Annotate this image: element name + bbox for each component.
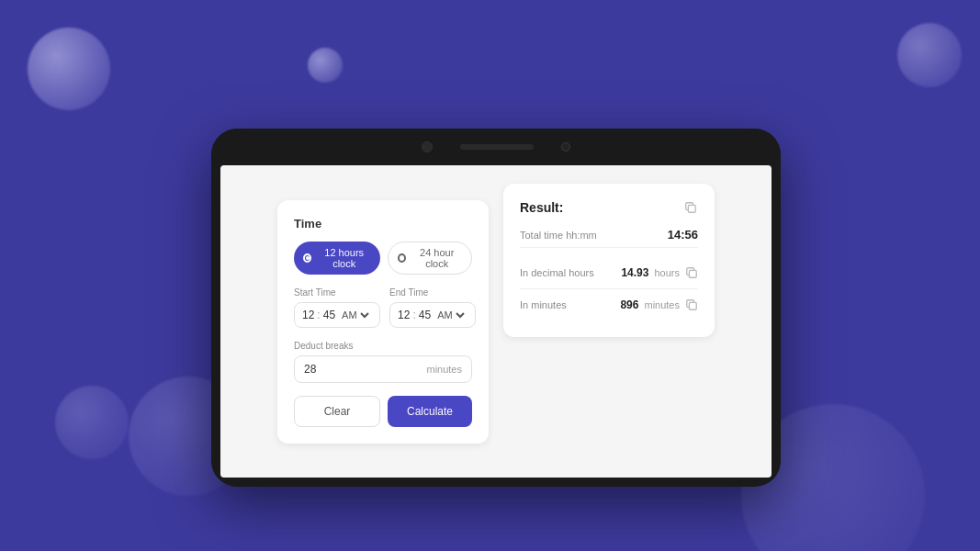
minutes-row: In minutes 896 minutes: [520, 289, 698, 320]
end-time-period-select[interactable]: AM PM: [434, 309, 467, 321]
clock-toggle: 12 hours clock 24 hour clock: [294, 242, 472, 275]
clear-button[interactable]: Clear: [294, 396, 380, 427]
tablet-speaker: [460, 144, 534, 150]
tablet-camera-right: [561, 142, 570, 152]
radio-12hr: [303, 253, 311, 263]
start-time-sep: :: [317, 309, 320, 321]
decimal-hours-unit: hours: [654, 267, 680, 278]
result-header: Result:: [520, 200, 698, 215]
result-title: Result:: [520, 200, 563, 215]
time-panel: Time 12 hours clock 24 hour clock Start …: [277, 200, 489, 444]
copy-decimal-svg: [685, 266, 698, 279]
start-time-label: Start Time: [294, 287, 380, 298]
24-hour-label: 24 hour clock: [411, 247, 462, 269]
end-time-minutes: 45: [419, 309, 431, 321]
tablet-screen: Time 12 hours clock 24 hour clock Start …: [220, 165, 772, 478]
decimal-hours-value-wrap: 14.93 hours: [621, 266, 698, 279]
action-buttons: Clear Calculate: [294, 396, 472, 427]
minutes-label: In minutes: [520, 299, 567, 310]
copy-minutes-icon[interactable]: [685, 298, 698, 311]
tablet-frame: Time 12 hours clock 24 hour clock Start …: [211, 129, 781, 487]
deduct-breaks-unit: minutes: [426, 364, 462, 375]
decorative-sphere-1: [28, 28, 110, 110]
start-time-minutes: 45: [323, 309, 335, 321]
total-time-label: Total time hh:mm: [520, 230, 597, 241]
copy-decimal-icon[interactable]: [685, 266, 698, 279]
start-time-hours: 12: [302, 309, 314, 321]
decimal-hours-value: 14.93: [621, 266, 648, 279]
total-time-value: 14:56: [668, 228, 698, 242]
tablet-top-bar: [211, 129, 781, 165]
result-panel: Result: Total time hh:mm 14:56 In decima…: [503, 184, 715, 337]
decorative-sphere-2: [308, 48, 343, 83]
12-hour-label: 12 hours clock: [317, 247, 371, 269]
decorative-sphere-5: [55, 386, 129, 459]
deduct-breaks-value: 28: [304, 363, 316, 376]
end-time-group: End Time 12 : 45 AM PM: [389, 287, 476, 328]
radio-24hr: [398, 253, 406, 263]
start-time-period-select[interactable]: AM PM: [338, 309, 372, 321]
end-time-label: End Time: [389, 287, 476, 298]
svg-rect-1: [689, 270, 696, 277]
copy-minutes-svg: [685, 298, 698, 311]
time-row: Start Time 12 : 45 AM PM End Time 12: [294, 287, 472, 328]
decimal-hours-label: In decimal hours: [520, 267, 594, 278]
decorative-sphere-3: [897, 23, 962, 87]
deduct-breaks-input[interactable]: 28 minutes: [294, 355, 472, 383]
calculate-button[interactable]: Calculate: [388, 396, 472, 427]
panel-title: Time: [294, 217, 472, 231]
12-hour-clock-button[interactable]: 12 hours clock: [294, 242, 380, 275]
svg-rect-0: [688, 205, 695, 212]
minutes-unit: minutes: [644, 299, 680, 310]
24-hour-clock-button[interactable]: 24 hour clock: [388, 242, 472, 275]
start-time-group: Start Time 12 : 45 AM PM: [294, 287, 380, 328]
copy-svg: [684, 201, 697, 214]
copy-result-icon[interactable]: [683, 200, 698, 215]
decimal-hours-row: In decimal hours 14.93 hours: [520, 257, 698, 289]
svg-rect-2: [689, 302, 696, 309]
minutes-value-wrap: 896 minutes: [620, 298, 698, 311]
end-time-hours: 12: [398, 309, 410, 321]
tablet-camera-left: [422, 141, 433, 152]
total-time-row: Total time hh:mm 14:56: [520, 228, 698, 242]
end-time-sep: :: [412, 309, 415, 321]
minutes-value: 896: [620, 298, 638, 311]
result-divider: [520, 247, 698, 248]
deduct-breaks-label: Deduct breaks: [294, 341, 472, 351]
start-time-input[interactable]: 12 : 45 AM PM: [294, 302, 380, 328]
end-time-input[interactable]: 12 : 45 AM PM: [389, 302, 476, 328]
